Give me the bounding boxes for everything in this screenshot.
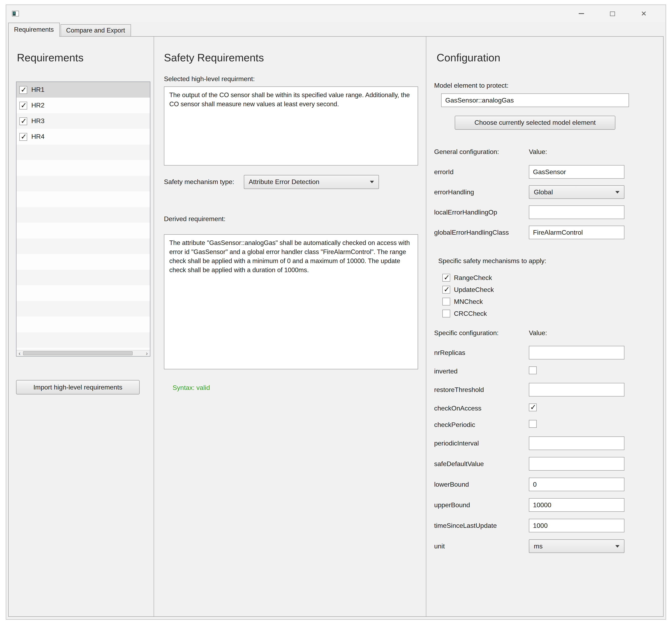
list-empty-row <box>17 176 150 192</box>
field-value: FireAlarmControl <box>533 229 583 236</box>
maximize-button[interactable] <box>605 7 620 20</box>
scrollbar-thumb[interactable] <box>23 351 133 355</box>
specific-mechanisms-label: Specific safety mechanisms to apply: <box>438 257 663 265</box>
close-button[interactable]: ✕ <box>636 7 652 20</box>
list-empty-row <box>17 160 150 176</box>
selected-requirement-textarea[interactable]: The output of the CO sensor shall be wit… <box>164 86 418 166</box>
config-value-cell <box>529 403 625 413</box>
CRCCheck-checkbox[interactable] <box>442 309 450 318</box>
unit-label: unit <box>434 543 529 550</box>
list-item[interactable]: HR3 <box>17 113 150 129</box>
list-empty-row <box>17 223 150 239</box>
requirements-panel: Requirements HR1HR2HR3HR4 ‹ › Import hig… <box>9 36 153 616</box>
mechanism-name: RangeCheck <box>454 274 492 281</box>
config-value-cell <box>529 205 625 219</box>
globalErrorHandlingClass-field[interactable]: FireAlarmControl <box>529 226 624 239</box>
list-item[interactable]: HR2 <box>17 98 150 113</box>
titlebar: ✕ <box>6 5 666 22</box>
checkPeriodic-checkbox[interactable] <box>529 420 537 428</box>
list-empty-row <box>17 192 150 207</box>
scroll-left-icon[interactable]: ‹ <box>17 351 23 356</box>
model-element-label: Model element to protect: <box>434 82 663 89</box>
import-requirements-button[interactable]: Import high-level requirements <box>16 380 140 395</box>
inverted-label: inverted <box>434 368 529 375</box>
config-value-cell <box>529 420 625 429</box>
dropdown-value: ms <box>534 543 543 550</box>
lowerBound-field[interactable]: 0 <box>529 478 624 491</box>
model-element-field[interactable]: GasSensor::analogGas <box>441 94 629 107</box>
UpdateCheck-checkbox[interactable] <box>442 286 450 294</box>
general-configuration-header: General configuration: <box>434 148 529 156</box>
chevron-down-icon <box>370 181 374 183</box>
list-empty-row <box>17 270 150 285</box>
nrReplicas-field[interactable] <box>529 346 624 359</box>
requirements-title: Requirements <box>17 51 153 64</box>
errorHandling-dropdown[interactable]: Global <box>529 185 624 199</box>
field-value: 0 <box>533 481 537 488</box>
upperBound-field[interactable]: 10000 <box>529 498 624 512</box>
tab-compare-and-export[interactable]: Compare and Export <box>61 24 131 36</box>
checkOnAccess-checkbox[interactable] <box>529 403 537 411</box>
dropdown-value: Global <box>534 189 553 196</box>
list-empty-row <box>17 239 150 254</box>
config-value-cell <box>529 457 625 471</box>
app-icon-detail <box>13 11 16 16</box>
timeSinceLastUpdate-field[interactable]: 1000 <box>529 519 624 532</box>
tab-content: Requirements HR1HR2HR3HR4 ‹ › Import hig… <box>8 36 664 617</box>
scroll-right-icon[interactable]: › <box>144 351 150 356</box>
screen: ✕ Requirements Compare and Export Requir… <box>0 0 672 625</box>
RangeCheck-checkbox[interactable] <box>442 274 450 282</box>
choose-model-element-button[interactable]: Choose currently selected model element <box>455 116 615 130</box>
mechanism-row: CRCCheck <box>442 307 663 320</box>
unit-dropdown[interactable]: ms <box>529 540 624 553</box>
config-value-cell: Global <box>529 185 625 199</box>
inverted-checkbox[interactable] <box>529 367 537 374</box>
requirements-list[interactable]: HR1HR2HR3HR4 ‹ › <box>16 81 150 356</box>
close-icon: ✕ <box>641 10 647 17</box>
list-item[interactable]: HR1 <box>17 82 150 98</box>
restoreThreshold-label: restoreThreshold <box>434 386 529 393</box>
config-value-cell <box>529 346 625 359</box>
chevron-down-icon <box>615 191 620 193</box>
safety-mechanism-type-dropdown[interactable]: Attribute Error Detection <box>244 175 379 189</box>
list-item[interactable]: HR4 <box>17 129 150 145</box>
minimize-button[interactable] <box>573 7 589 20</box>
config-value-cell <box>529 383 625 397</box>
derived-requirement-textarea[interactable]: The attribute "GasSensor::analogGas" sha… <box>164 234 418 369</box>
upperBound-label: upperBound <box>434 501 529 509</box>
split-divider-right[interactable] <box>425 36 428 616</box>
errorId-field[interactable]: GasSensor <box>529 165 624 179</box>
mechanism-name: UpdateCheck <box>454 286 494 293</box>
dropdown-value: Attribute Error Detection <box>249 178 319 186</box>
localErrorHandlingOp-field[interactable] <box>529 205 624 219</box>
split-divider-left[interactable] <box>153 36 155 616</box>
item-checkbox[interactable] <box>19 133 27 141</box>
safety-mechanism-type-label: Safety mechanism type: <box>164 178 234 186</box>
item-checkbox[interactable] <box>19 101 27 109</box>
tab-requirements[interactable]: Requirements <box>8 23 59 36</box>
mechanism-row: MNCheck <box>442 296 663 307</box>
horizontal-scrollbar[interactable]: ‹ › <box>17 350 150 356</box>
safety-mechanism-row: Safety mechanism type: Attribute Error D… <box>164 175 425 189</box>
MNCheck-checkbox[interactable] <box>442 298 450 305</box>
list-item-label: HR4 <box>31 133 45 141</box>
specific-mechanisms-list: RangeCheckUpdateCheckMNCheckCRCCheck <box>442 272 663 320</box>
periodicInterval-field[interactable] <box>529 436 624 450</box>
configuration-panel: Configuration Model element to protect: … <box>428 36 663 616</box>
configuration-title: Configuration <box>437 51 663 64</box>
item-checkbox[interactable] <box>19 86 27 94</box>
safeDefaultValue-field[interactable] <box>529 457 624 471</box>
item-checkbox[interactable] <box>19 117 27 125</box>
specific-value-header: Value: <box>529 329 625 337</box>
config-value-cell: 1000 <box>529 519 625 532</box>
field-value: 1000 <box>533 522 548 529</box>
mechanism-name: CRCCheck <box>454 310 487 317</box>
safety-requirements-panel: Safety Requirements Selected high-level … <box>155 36 425 616</box>
restoreThreshold-field[interactable] <box>529 383 624 397</box>
config-value-cell <box>529 367 625 376</box>
general-configuration-grid: errorIdGasSensorerrorHandlingGloballocal… <box>434 165 663 239</box>
specific-configuration-header: Specific configuration: <box>434 329 529 337</box>
maximize-icon <box>610 11 615 16</box>
chevron-down-icon <box>615 545 620 547</box>
field-value: GasSensor <box>533 168 566 176</box>
